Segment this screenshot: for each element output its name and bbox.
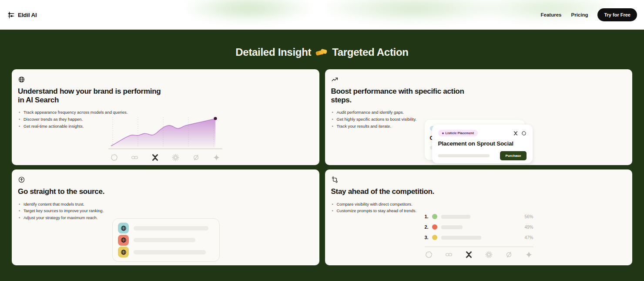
feature-grid: Understand how your brand is performing … bbox=[12, 69, 632, 265]
nav-link-pricing[interactable]: Pricing bbox=[571, 12, 588, 17]
openai-icon bbox=[110, 153, 118, 162]
rank-row: 3. 47% bbox=[425, 232, 533, 243]
card-brand-performance: Understand how your brand is performing … bbox=[12, 69, 319, 165]
visibility-percent: 49% bbox=[524, 225, 533, 230]
rank-row: 2. 49% bbox=[425, 222, 533, 232]
card-bullets: Identify content that models trust. Targ… bbox=[18, 202, 313, 221]
gemini-icon bbox=[212, 153, 221, 162]
grok-icon bbox=[465, 251, 473, 259]
source-row bbox=[118, 235, 214, 246]
copilot-icon bbox=[192, 153, 200, 162]
visibility-percent: 47% bbox=[524, 235, 533, 240]
brand-logo[interactable]: Eldil AI bbox=[7, 11, 37, 19]
badge-label: Listicle Placement bbox=[446, 131, 474, 135]
meta-icon bbox=[131, 153, 139, 162]
card-title: Understand how your brand is performing … bbox=[18, 87, 161, 104]
competitor-dot bbox=[432, 224, 437, 230]
nav-glow-decoration bbox=[322, 0, 505, 23]
try-for-free-button[interactable]: Try for Free bbox=[597, 8, 637, 21]
divider bbox=[425, 247, 533, 247]
action-card-title: Placement on Sprout Social bbox=[438, 140, 527, 147]
rank-number: 1. bbox=[425, 214, 432, 219]
bullet-item: Compare visibility with direct competito… bbox=[331, 202, 627, 207]
card-competition: Stay ahead of the competition. Compare v… bbox=[325, 169, 633, 265]
gemini-icon bbox=[525, 251, 533, 259]
model-icon-row bbox=[425, 251, 533, 259]
listicle-placement-badge: Listicle Placement bbox=[438, 130, 478, 136]
features-section: Detailed Insight Targeted Action Underst… bbox=[0, 30, 644, 281]
source-list bbox=[112, 218, 220, 262]
heading-left: Detailed Insight bbox=[235, 46, 311, 58]
section-heading: Detailed Insight Targeted Action bbox=[0, 46, 644, 58]
trending-up-icon bbox=[331, 76, 627, 83]
card-title: Boost performance with specific action s… bbox=[331, 87, 475, 104]
action-card-stack: C Listicle Placement Placeme bbox=[425, 120, 533, 164]
openai-icon bbox=[425, 251, 433, 259]
card-title: Stay ahead of the competition. bbox=[331, 187, 475, 196]
bullet-item: Audit performance and identify gaps. bbox=[331, 110, 627, 115]
bullet-item: Target key sources to improve your ranki… bbox=[18, 209, 313, 213]
nav-link-features[interactable]: Features bbox=[541, 12, 562, 17]
model-icon-row bbox=[108, 153, 222, 162]
copilot-icon bbox=[505, 251, 513, 259]
text-placeholder-bar bbox=[438, 154, 490, 157]
rank-row: 1. 56% bbox=[425, 211, 533, 222]
globe-icon bbox=[18, 76, 313, 83]
openai-icon bbox=[521, 131, 527, 136]
grok-icon bbox=[513, 131, 518, 136]
compare-icon bbox=[331, 176, 627, 183]
visibility-chart bbox=[108, 115, 222, 162]
card-boost-performance: Boost performance with specific action s… bbox=[325, 69, 633, 165]
area-chart bbox=[108, 115, 222, 150]
text-placeholder-bar bbox=[441, 225, 463, 229]
badge-dot bbox=[442, 132, 444, 134]
competitor-ranking: 1. 56% 2. 49% 3. 47% bbox=[425, 211, 533, 259]
nav-glow-decoration bbox=[183, 0, 313, 23]
source-row bbox=[118, 223, 214, 234]
grok-icon bbox=[151, 153, 159, 162]
bullet-item: Identify content that models trust. bbox=[18, 202, 313, 207]
globe-icon bbox=[118, 235, 129, 246]
heading-right: Targeted Action bbox=[332, 46, 409, 58]
card-go-to-source: Go straight to the source. Identify cont… bbox=[12, 169, 319, 265]
navbar: Eldil AI Features Pricing Try for Free bbox=[0, 0, 644, 30]
text-placeholder-bar bbox=[134, 238, 195, 242]
source-row bbox=[118, 247, 214, 257]
claude-icon bbox=[171, 153, 180, 162]
rank-number: 3. bbox=[425, 235, 432, 240]
rank-number: 2. bbox=[425, 224, 432, 230]
globe-icon bbox=[118, 247, 129, 257]
circle-arrow-up-icon bbox=[18, 176, 313, 183]
handshake-icon bbox=[315, 47, 328, 57]
text-placeholder-bar bbox=[441, 236, 481, 240]
visibility-percent: 56% bbox=[524, 214, 533, 219]
brand-name: Eldil AI bbox=[18, 12, 37, 18]
claude-icon bbox=[485, 251, 493, 259]
competitor-dot bbox=[432, 214, 437, 219]
sliders-logo-icon bbox=[7, 11, 15, 19]
card-title: Go straight to the source. bbox=[18, 187, 161, 196]
text-placeholder-bar bbox=[134, 226, 208, 230]
competitor-dot bbox=[432, 235, 437, 240]
globe-icon bbox=[118, 223, 129, 234]
meta-icon bbox=[445, 251, 453, 259]
model-icons-small bbox=[513, 131, 527, 136]
action-card: Listicle Placement Placement on Sprout S… bbox=[432, 125, 533, 163]
text-placeholder-bar bbox=[134, 250, 206, 254]
text-placeholder-bar bbox=[441, 215, 470, 219]
purchase-button[interactable]: Purchase bbox=[500, 151, 526, 160]
